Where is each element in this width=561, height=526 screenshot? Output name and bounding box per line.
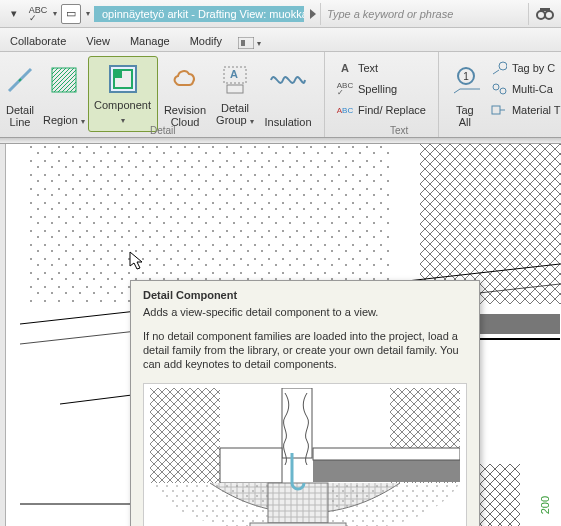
qat-dropdown-icon-2[interactable]: ▾ <box>86 9 90 18</box>
ribbon: Detail Line Region ▾ Component ▾ Revisio… <box>0 52 561 138</box>
tab-view[interactable]: View <box>76 31 120 51</box>
material-tag-button[interactable]: Material T <box>491 102 561 118</box>
material-tag-label: Material T <box>512 104 561 116</box>
ribbon-tabs: Collaborate View Manage Modify ▾ <box>0 28 561 52</box>
tooltip: Detail Component Adds a view-specific de… <box>130 280 480 526</box>
tooltip-subtitle: Adds a view-specific detail component to… <box>131 303 479 327</box>
svg-rect-28 <box>150 388 220 483</box>
tooltip-image <box>143 383 467 526</box>
region-button[interactable]: Region ▾ <box>40 56 88 132</box>
revision-cloud-icon <box>168 60 202 100</box>
drafting-canvas[interactable]: Detail Component Adds a view-specific de… <box>0 144 561 526</box>
svg-rect-11 <box>227 85 243 93</box>
svg-text:A: A <box>230 68 238 80</box>
title-bar: ▾ ABC✓ ▾ ▭ ▾ opinnäytetyö arkit - Drafti… <box>0 0 561 28</box>
find-replace-label: Find/ Replace <box>358 104 426 116</box>
qat-dropdown-icon[interactable]: ▾ <box>53 9 57 18</box>
qat-custom-btn[interactable]: ▭ <box>61 4 81 24</box>
tooltip-description: If no detail component families are load… <box>131 327 479 379</box>
text-button[interactable]: A Text <box>337 60 426 76</box>
spelling-label: Spelling <box>358 83 397 95</box>
svg-rect-17 <box>492 106 500 114</box>
detail-group-label: Detail Group ▾ <box>216 100 254 128</box>
svg-point-1 <box>545 11 553 19</box>
component-icon <box>106 61 140 97</box>
find-replace-button[interactable]: ABC Find/ Replace <box>337 102 426 118</box>
region-label: Region ▾ <box>43 112 85 128</box>
detail-line-label: Detail Line <box>6 102 34 128</box>
tab-extra-panel[interactable]: ▾ <box>232 35 267 51</box>
find-replace-icon: ABC <box>337 102 353 118</box>
detail-line-icon <box>5 60 35 100</box>
svg-point-15 <box>493 84 499 90</box>
svg-rect-2 <box>540 8 550 11</box>
multi-category-icon <box>491 81 507 97</box>
multi-category-button[interactable]: Multi-Ca <box>491 81 561 97</box>
group-label-detail: Detail <box>150 125 176 136</box>
component-button[interactable]: Component ▾ <box>88 56 158 132</box>
detail-line-button[interactable]: Detail Line <box>0 56 40 132</box>
insulation-label: Insulation <box>264 114 311 128</box>
revision-cloud-button[interactable]: Revision Cloud <box>158 56 212 132</box>
region-icon <box>49 60 79 100</box>
document-title: opinnäytetyö arkit - Drafting View: muok… <box>94 6 304 22</box>
svg-point-16 <box>500 88 506 94</box>
multi-category-label: Multi-Ca <box>512 83 553 95</box>
svg-rect-8 <box>114 70 122 78</box>
tab-collaborate[interactable]: Collaborate <box>0 31 76 51</box>
tag-by-category-button[interactable]: Tag by C <box>491 60 561 76</box>
qat-spell-toggle[interactable]: ABC✓ <box>28 4 48 24</box>
component-label: Component ▾ <box>91 97 155 127</box>
tag-icon <box>491 60 507 76</box>
text-label: Text <box>358 62 378 74</box>
tab-modify[interactable]: Modify <box>180 31 232 51</box>
material-tag-icon <box>491 102 507 118</box>
detail-group-button[interactable]: A Detail Group ▾ <box>212 56 258 132</box>
insulation-icon <box>269 60 307 100</box>
text-icon: A <box>337 60 353 76</box>
svg-rect-5 <box>52 68 76 92</box>
title-overflow-icon[interactable] <box>310 9 316 19</box>
svg-rect-33 <box>313 448 460 460</box>
svg-rect-31 <box>220 448 282 483</box>
tag-by-category-label: Tag by C <box>512 62 555 74</box>
svg-text:1: 1 <box>463 71 469 82</box>
svg-rect-3 <box>238 37 254 49</box>
svg-rect-4 <box>241 40 245 46</box>
tag-all-button[interactable]: 1 Tag All <box>445 56 485 132</box>
spelling-icon: ABC✓ <box>337 81 353 97</box>
help-search-input[interactable]: Type a keyword or phrase <box>320 3 529 25</box>
insulation-button[interactable]: Insulation <box>258 56 318 132</box>
detail-group-icon: A <box>218 60 252 100</box>
svg-point-0 <box>537 11 545 19</box>
dimension-text: 200 <box>539 496 551 514</box>
tab-manage[interactable]: Manage <box>120 31 180 51</box>
qat-undo-history-icon[interactable]: ▾ <box>4 4 24 24</box>
svg-rect-30 <box>282 388 312 458</box>
tag-all-icon: 1 <box>450 60 480 100</box>
tag-all-label: Tag All <box>456 102 474 128</box>
svg-rect-32 <box>313 460 460 482</box>
tooltip-title: Detail Component <box>131 281 479 303</box>
svg-point-14 <box>499 62 507 70</box>
group-label-text: Text <box>390 125 408 136</box>
search-icon[interactable] <box>533 7 557 21</box>
spelling-button[interactable]: ABC✓ Spelling <box>337 81 426 97</box>
